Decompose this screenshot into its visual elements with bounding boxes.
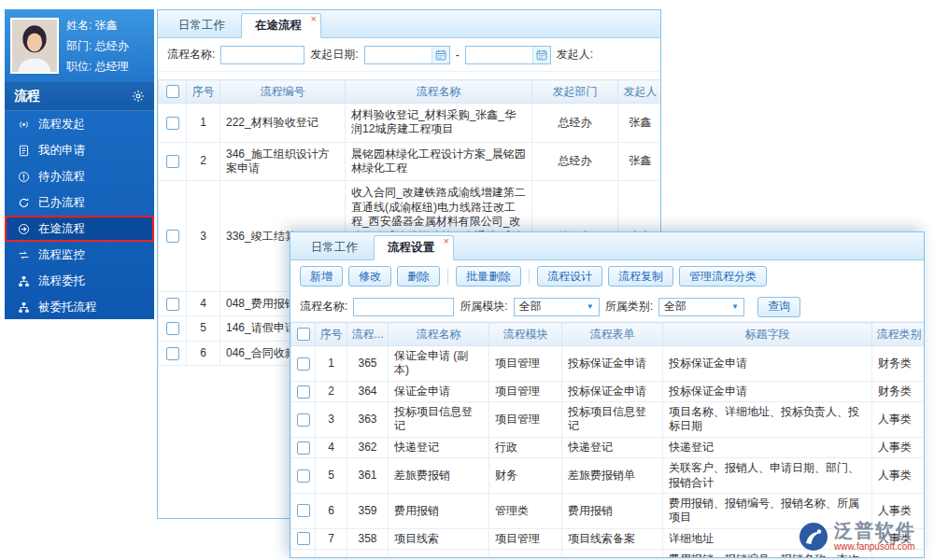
tab-process-settings[interactable]: 流程设置 × bbox=[374, 235, 454, 260]
tab-in-transit[interactable]: 在途流程 × bbox=[241, 13, 321, 38]
process-design-button[interactable]: 流程设计 bbox=[537, 266, 602, 287]
add-button[interactable]: 新增 bbox=[300, 266, 343, 287]
table-row[interactable]: 2 346_施工组织设计方案申请 晨铭园林绿化工程设计方案_晨铭园林绿化工程 总… bbox=[159, 142, 662, 181]
cell-initiator: 张鑫 bbox=[618, 104, 662, 143]
checkbox-cell bbox=[291, 437, 316, 457]
tab-label: 在途流程 bbox=[255, 19, 302, 32]
manage-category-button[interactable]: 管理流程分类 bbox=[679, 266, 767, 287]
tab-label: 日常工作 bbox=[178, 19, 225, 32]
checkbox-cell bbox=[291, 402, 316, 438]
row-checkbox[interactable] bbox=[297, 441, 310, 455]
tab-daily-work[interactable]: 日常工作 bbox=[165, 14, 238, 37]
table-row[interactable]: 5 361 差旅费报销 财务 差旅费报销单 关联客户、报销人、申请日期、部门、报… bbox=[291, 458, 926, 494]
column-header-form: 流程表单 bbox=[562, 323, 663, 346]
batch-delete-button[interactable]: 批量删除 bbox=[456, 266, 521, 287]
row-checkbox[interactable] bbox=[297, 385, 310, 399]
brand-logo-icon bbox=[799, 522, 828, 552]
row-checkbox[interactable] bbox=[297, 532, 310, 545]
cell-seq: 5 bbox=[187, 316, 220, 341]
row-checkbox[interactable] bbox=[166, 347, 179, 360]
cell-name: 保证金申请 (副本) bbox=[389, 346, 489, 382]
cell-dept: 总经办 bbox=[532, 104, 618, 143]
row-checkbox[interactable] bbox=[297, 357, 310, 371]
tab-close-icon[interactable]: × bbox=[311, 13, 317, 24]
row-checkbox[interactable] bbox=[166, 155, 179, 168]
refresh-icon bbox=[17, 196, 30, 209]
cell-seq: 3 bbox=[316, 402, 347, 438]
alert-circle-icon bbox=[17, 170, 30, 183]
cell-initiator: 张鑫 bbox=[618, 142, 662, 181]
process-name-input[interactable] bbox=[353, 298, 454, 316]
checkbox-cell bbox=[291, 381, 316, 401]
tab-daily-work[interactable]: 日常工作 bbox=[298, 236, 371, 259]
cell-name: 测试费用报销 bbox=[389, 549, 489, 558]
cell-module: 行政 bbox=[489, 437, 562, 457]
sync-arrows-icon bbox=[17, 248, 30, 261]
arrow-circle-icon bbox=[17, 222, 30, 235]
sidebar-item-completed[interactable]: 已办流程 bbox=[5, 189, 154, 216]
search-button[interactable]: 查询 bbox=[757, 297, 800, 317]
row-checkbox[interactable] bbox=[166, 322, 179, 335]
edit-button[interactable]: 修改 bbox=[348, 266, 391, 287]
cell-module: 项目管理 bbox=[489, 381, 562, 401]
cell-name: 保证金申请 bbox=[389, 381, 489, 401]
table-header-row: 序号 流程编号 流程名称 发起部门 发起人 bbox=[159, 80, 662, 104]
row-checkbox[interactable] bbox=[297, 413, 310, 427]
select-all-checkbox[interactable] bbox=[166, 85, 179, 98]
row-checkbox[interactable] bbox=[297, 469, 310, 483]
row-checkbox[interactable] bbox=[166, 117, 179, 130]
delete-button[interactable]: 删除 bbox=[397, 266, 440, 287]
checkbox-cell bbox=[159, 104, 187, 143]
table-row[interactable]: 1 222_材料验收登记 材料验收登记_材料采购_张鑫_华润12城房建工程项目 … bbox=[159, 104, 662, 143]
sidebar-item-monitor[interactable]: 流程监控 bbox=[5, 242, 154, 268]
cell-seq: 2 bbox=[187, 142, 220, 181]
cell-dept: 总经办 bbox=[532, 142, 618, 181]
calendar-icon[interactable] bbox=[432, 47, 449, 63]
row-checkbox[interactable] bbox=[166, 230, 179, 243]
tab-close-icon[interactable]: × bbox=[444, 235, 449, 246]
cell-code: 364 bbox=[347, 381, 389, 401]
category-select[interactable]: 全部 ▼ bbox=[658, 298, 744, 316]
table-row[interactable]: 3 363 投标项目信息登记 项目管理 投标项目信息登记 项目名称、详细地址、投… bbox=[291, 402, 926, 438]
sidebar-item-delegated-to-me[interactable]: 被委托流程 bbox=[5, 294, 154, 320]
column-header-category: 流程类别 bbox=[872, 323, 926, 346]
select-all-checkbox[interactable] bbox=[297, 328, 310, 341]
cell-form: 投标保证金申请 bbox=[562, 381, 663, 401]
chevron-down-icon: ▼ bbox=[731, 302, 739, 311]
cell-seq: 2 bbox=[316, 381, 347, 401]
cell-title-fields: 快递登记 bbox=[663, 437, 872, 457]
row-checkbox[interactable] bbox=[166, 298, 179, 311]
brand-watermark: 泛普软件 www.fanpusoft.com bbox=[799, 521, 916, 552]
checkbox-cell bbox=[159, 341, 187, 365]
process-name-label: 流程名称: bbox=[300, 299, 347, 315]
table-row[interactable]: 1 365 保证金申请 (副本) 项目管理 投标保证金申请 投标保证金申请 财务… bbox=[291, 346, 926, 382]
checkbox-cell bbox=[159, 181, 187, 292]
date-from-input[interactable] bbox=[365, 48, 432, 63]
cell-seq: 5 bbox=[316, 458, 347, 494]
calendar-icon[interactable] bbox=[532, 47, 550, 63]
cell-module: 财务 bbox=[489, 549, 562, 558]
process-name-input[interactable] bbox=[220, 46, 304, 64]
brand-name: 泛普软件 bbox=[834, 521, 916, 539]
sidebar-item-initiate[interactable]: 流程发起 bbox=[5, 111, 154, 137]
date-to-input[interactable] bbox=[466, 48, 532, 63]
table-row[interactable]: 2 364 保证金申请 项目管理 投标保证金申请 投标保证金申请 财务类 bbox=[291, 381, 926, 401]
front-toolbar: 新增 修改 删除 批量删除 流程设计 流程复制 管理流程分类 bbox=[290, 260, 924, 292]
cell-seq: 3 bbox=[187, 181, 220, 292]
module-select[interactable]: 全部 ▼ bbox=[514, 298, 600, 316]
sidebar-item-in-transit[interactable]: 在途流程 bbox=[5, 216, 154, 242]
row-checkbox[interactable] bbox=[297, 504, 310, 517]
cell-category: 财务类 bbox=[872, 346, 926, 382]
process-settings-window: 日常工作 流程设置 × 新增 修改 删除 批量删除 流程设计 流程复制 管理流程… bbox=[290, 231, 925, 558]
cell-category: 人事类 bbox=[872, 437, 926, 457]
gear-icon[interactable] bbox=[132, 90, 145, 103]
header-checkbox-cell bbox=[291, 323, 316, 346]
cell-code: 346_施工组织设计方案申请 bbox=[220, 142, 346, 181]
sidebar-item-delegate[interactable]: 流程委托 bbox=[5, 268, 154, 294]
sidebar-item-pending[interactable]: 待办流程 bbox=[5, 163, 154, 189]
cell-code: 365 bbox=[347, 346, 389, 382]
back-tabbar: 日常工作 在途流程 × bbox=[158, 10, 660, 38]
sidebar-item-my-applications[interactable]: 我的申请 bbox=[5, 137, 154, 163]
table-row[interactable]: 4 362 快递登记 行政 快递登记 快递登记 人事类 bbox=[291, 437, 926, 457]
process-copy-button[interactable]: 流程复制 bbox=[608, 266, 673, 287]
